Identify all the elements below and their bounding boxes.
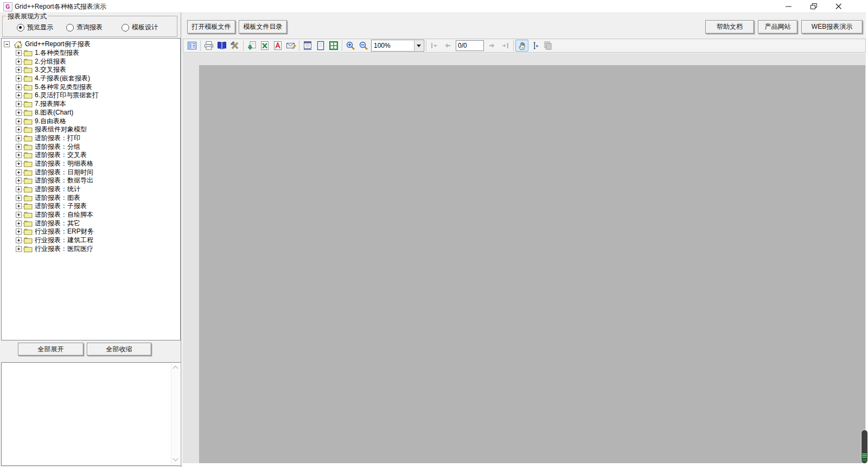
scroll-down-icon[interactable] [173,456,178,462]
toolbar-separator [513,40,514,51]
expand-expander-icon[interactable] [16,144,22,150]
zoom-in-button[interactable] [344,40,357,52]
expand-expander-icon[interactable] [16,127,22,132]
open-template-button[interactable]: 打开模板文件 [187,20,235,34]
expand-expander-icon[interactable] [16,92,22,98]
expand-expander-icon[interactable] [16,75,22,81]
app-icon: G [3,2,12,11]
export-pdf-button[interactable] [271,40,284,52]
zoom-out-button[interactable] [357,40,370,52]
scroll-up-icon[interactable] [173,366,178,371]
print-button[interactable] [202,40,215,52]
radio-icon[interactable] [17,24,24,31]
tree-root-item[interactable]: Grid++Report例子报表 [2,40,180,49]
radio-icon[interactable] [122,24,129,31]
expand-expander-icon[interactable] [16,118,22,124]
expand-expander-icon[interactable] [16,67,22,73]
combobox-dropdown-icon[interactable] [414,41,423,51]
expand-expander-icon[interactable] [16,220,22,226]
expand-expander-icon[interactable] [16,84,22,90]
expand-expander-icon[interactable] [16,152,22,158]
report-properties-button[interactable] [186,40,199,52]
multi-page-button[interactable] [327,40,340,52]
folder-icon [24,49,33,56]
expand-expander-icon[interactable] [16,169,22,175]
tree-item[interactable]: 9.自由表格 [2,117,180,125]
template-directory-button[interactable]: 模板文件目录 [239,20,287,34]
report-tree-panel[interactable]: Grid++Report例子报表 1.各种类型报表 2.分组报表 [1,38,181,340]
page-setup-button[interactable] [301,40,314,52]
expand-expander-icon[interactable] [16,237,22,243]
collapse-expander-icon[interactable] [4,41,10,47]
tree-item[interactable]: 4.子报表(嵌套报表) [2,74,180,83]
expand-expander-icon[interactable] [16,229,22,235]
tree-item[interactable]: 行业报表：建筑工程 [2,236,180,245]
expand-expander-icon[interactable] [16,186,22,192]
tree-item[interactable]: 3.交叉报表 [2,66,180,74]
export-file-button[interactable] [245,40,258,52]
expand-expander-icon[interactable] [16,178,22,184]
tree-item[interactable]: 1.各种类型报表 [2,49,180,58]
tree-item[interactable]: 进阶报表：交叉表 [2,151,180,160]
web-report-demo-button[interactable]: WEB报表演示 [801,20,863,34]
expand-expander-icon[interactable] [16,50,22,56]
radio-icon[interactable] [66,24,74,31]
radio-query-report[interactable]: 查询报表 [66,23,103,32]
radio-preview-display[interactable]: 预览显示 [17,23,53,32]
tree-item[interactable]: 5.各种常见类型报表 [2,83,180,91]
tree-item[interactable]: 报表组件对象模型 [2,125,180,134]
folder-icon [24,84,33,91]
product-website-button[interactable]: 产品网站 [758,20,797,34]
preview-book-icon [216,40,227,51]
expand-expander-icon[interactable] [16,135,22,141]
expand-expander-icon[interactable] [16,212,22,218]
preview-book-button[interactable] [215,40,228,52]
first-page-button[interactable] [428,40,441,52]
copy-button[interactable] [541,40,554,52]
tree-item[interactable]: 进阶报表：统计 [2,185,180,194]
radio-template-design[interactable]: 模板设计 [122,23,158,32]
tree-item[interactable]: 6.灵活打印与票据套打 [2,91,180,100]
options-button[interactable] [228,40,241,52]
collapse-all-button[interactable]: 全部收缩 [87,343,151,356]
expand-all-button[interactable]: 全部展开 [18,343,84,356]
page-number-input[interactable] [456,40,484,51]
expand-expander-icon[interactable] [16,59,22,65]
description-textarea[interactable] [3,364,170,464]
tree-item[interactable]: 进阶报表：数据导出 [2,176,180,185]
tree-item[interactable]: 7.报表脚本 [2,100,180,109]
tree-item[interactable]: 进阶报表：分组 [2,142,180,151]
tree-item[interactable]: 8.图表(Chart) [2,109,180,117]
tree-item[interactable]: 2.分组报表 [2,57,180,66]
expand-expander-icon[interactable] [16,203,22,209]
tree-item[interactable]: 进阶报表：日期时间 [2,168,180,176]
prev-page-button[interactable] [441,40,454,52]
next-page-button[interactable] [486,40,499,52]
expand-expander-icon[interactable] [16,195,22,201]
expand-expander-icon[interactable] [16,161,22,167]
mail-button[interactable] [284,40,297,52]
folder-icon [24,186,33,193]
hand-tool-button[interactable] [515,40,528,52]
tree-item[interactable]: 进阶报表：明细表格 [2,160,180,168]
tree-item[interactable]: 行业报表：ERP财务 [2,228,180,236]
zoom-combobox[interactable]: 100% [371,40,424,52]
tree-item[interactable]: 进阶报表：子报表 [2,202,180,211]
minimize-button[interactable] [776,0,801,12]
expand-expander-icon[interactable] [16,101,22,107]
close-button[interactable] [826,0,851,12]
tree-item[interactable]: 进阶报表：图表 [2,193,180,202]
tree-item[interactable]: 进阶报表：自绘脚本 [2,211,180,219]
help-doc-button[interactable]: 帮助文档 [705,20,754,34]
expand-expander-icon[interactable] [16,246,22,252]
full-page-button[interactable] [314,40,327,52]
tree-item[interactable]: 进阶报表：其它 [2,219,180,228]
last-page-button[interactable] [499,40,512,52]
expand-expander-icon[interactable] [16,110,22,116]
text-select-button[interactable] [528,40,541,52]
vertical-scrollbar[interactable] [171,363,180,465]
tree-item[interactable]: 进阶报表：打印 [2,134,180,143]
export-excel-button[interactable] [258,40,271,52]
restore-button[interactable] [801,0,826,12]
tree-item[interactable]: 行业报表：医院医疗 [2,245,180,254]
